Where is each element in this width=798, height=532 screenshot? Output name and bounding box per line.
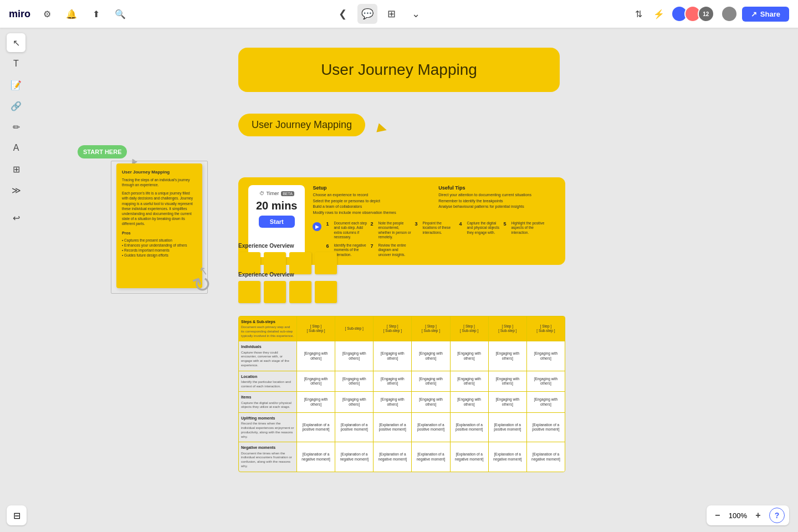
text-style-tool[interactable]: A <box>7 139 25 157</box>
timer-beta-badge: BETA <box>281 191 294 196</box>
main-title: User Journey Mapping <box>321 61 477 79</box>
loc-cell-2[interactable]: [Engaging with others] <box>335 371 374 392</box>
ind-cell-5[interactable]: [Engaging with others] <box>451 341 489 370</box>
ind-cell-6[interactable]: [Engaging with others] <box>489 341 527 370</box>
sticky-1d[interactable] <box>315 252 337 274</box>
undo-tool[interactable]: ↩ <box>7 208 25 227</box>
search-icon[interactable]: 🔍 <box>112 6 128 22</box>
step-cell-2[interactable]: [ Sub-step ] <box>335 316 374 341</box>
step-cell-4[interactable]: [ Step ][ Sub-step ] <box>412 316 450 341</box>
up-cell-7[interactable]: [Explanation of a positive moment] <box>527 413 565 442</box>
item-cell-5[interactable]: [Engaging with others] <box>451 392 489 412</box>
bell-icon[interactable]: 🔔 <box>64 6 79 22</box>
step-cell-5[interactable]: [ Step ][ Sub-step ] <box>451 316 489 341</box>
subtitle-box: User Journey Mapping <box>238 114 365 136</box>
cursor-tool[interactable]: ↖ <box>7 33 25 52</box>
share-button[interactable]: ↗ Share <box>742 7 789 22</box>
stickies-row-1 <box>238 252 337 274</box>
item-cell-1[interactable]: [Engaging with others] <box>297 392 335 412</box>
item-cell-3[interactable]: [Engaging with others] <box>374 392 412 412</box>
link-tool[interactable]: 🔗 <box>7 96 25 115</box>
up-cell-5[interactable]: [Explanation of a positive moment] <box>451 413 489 442</box>
ind-cell-1[interactable]: [Engaging with others] <box>297 341 335 370</box>
zoom-percent: 100% <box>727 511 749 520</box>
canvas: User Journey Mapping User Journey Mappin… <box>0 28 798 532</box>
pen-tool[interactable]: ✏ <box>7 117 25 136</box>
step-cell-6[interactable]: [ Step ][ Sub-step ] <box>489 316 527 341</box>
neg-cell-4[interactable]: [Explanation of a negative moment] <box>412 442 450 471</box>
zoom-plus-button[interactable]: + <box>751 509 765 522</box>
up-cell-2[interactable]: [Explanation of a positive moment] <box>335 413 374 442</box>
neg-cell-1[interactable]: [Explanation of a negative moment] <box>297 442 335 471</box>
steps-label-cell: Steps & Sub-steps Document each primary … <box>239 316 297 341</box>
upload-icon[interactable]: ⬆ <box>88 6 104 22</box>
loc-cell-5[interactable]: [Engaging with others] <box>451 371 489 392</box>
sticky-2a[interactable] <box>238 281 260 303</box>
table-row-negative: Negative moments Document the times when… <box>239 442 565 471</box>
miro-logo: miro <box>9 8 30 20</box>
chevron-left-icon[interactable]: ❮ <box>333 4 353 24</box>
loc-cell-3[interactable]: [Engaging with others] <box>374 371 412 392</box>
exp-label-1: Experience Overview <box>238 243 337 249</box>
gear-icon[interactable]: ⚙ <box>39 6 55 22</box>
loc-cell-7[interactable]: [Engaging with others] <box>527 371 565 392</box>
item-cell-4[interactable]: [Engaging with others] <box>412 392 450 412</box>
filter-icon[interactable]: ⇅ <box>631 6 647 22</box>
ind-cell-3[interactable]: [Engaging with others] <box>374 341 412 370</box>
share-icon: ↗ <box>751 10 757 18</box>
sticky-1a[interactable] <box>238 252 260 274</box>
zoom-minus-button[interactable]: − <box>711 509 724 522</box>
subtitle-text: User Journey Mapping <box>252 119 352 130</box>
up-cell-4[interactable]: [Explanation of a positive moment] <box>412 413 450 442</box>
pages-icon-button[interactable]: ⊟ <box>7 505 27 525</box>
sticky-2b[interactable] <box>264 281 286 303</box>
more-tools[interactable]: ≫ <box>7 181 25 200</box>
loc-cell-1[interactable]: [Engaging with others] <box>297 371 335 392</box>
neg-cell-6[interactable]: [Explanation of a negative moment] <box>489 442 527 471</box>
stickies-row-2 <box>238 281 337 303</box>
ind-cell-7[interactable]: [Engaging with others] <box>527 341 565 370</box>
subtitle-arrow: ▶ <box>376 120 389 136</box>
chevron-down-icon[interactable]: ⌄ <box>406 4 426 24</box>
step-cell-3[interactable]: [ Step ][ Sub-step ] <box>374 316 412 341</box>
neg-cell-7[interactable]: [Explanation of a negative moment] <box>527 442 565 471</box>
frame-tool[interactable]: ⊞ <box>7 160 25 178</box>
neg-cell-2[interactable]: [Explanation of a negative moment] <box>335 442 374 471</box>
neg-cell-3[interactable]: [Explanation of a negative moment] <box>374 442 412 471</box>
table-row-location: Location Identify the particular locatio… <box>239 371 565 392</box>
table-row-steps: Steps & Sub-steps Document each primary … <box>239 316 565 341</box>
step-cell-7[interactable]: [ Step ][ Sub-step ] <box>527 316 565 341</box>
loc-cell-4[interactable]: [Engaging with others] <box>412 371 450 392</box>
setup-col: Setup Choose an experience to record Sel… <box>313 185 429 216</box>
setup-title: Setup <box>313 185 429 191</box>
grid-icon[interactable]: ⊞ <box>382 4 402 24</box>
ind-cell-2[interactable]: [Engaging with others] <box>335 341 374 370</box>
topbar: miro ⚙ 🔔 ⬆ 🔍 ❮ 💬 ⊞ ⌄ ⇅ ⚡ 12 ↗ Share <box>0 0 798 28</box>
item-cell-2[interactable]: [Engaging with others] <box>335 392 374 412</box>
sticky-2d[interactable] <box>315 281 337 303</box>
item-cell-7[interactable]: [Engaging with others] <box>527 392 565 412</box>
steps-row: ▶ 1Document each step and sub-step. Add … <box>313 221 555 257</box>
item-cell-6[interactable]: [Engaging with others] <box>489 392 527 412</box>
up-cell-3[interactable]: [Explanation of a positive moment] <box>374 413 412 442</box>
step-cell-1[interactable]: [ Step ][ Sub-step ] <box>297 316 335 341</box>
text-tool[interactable]: T <box>7 54 25 73</box>
timer-start-button[interactable]: Start <box>259 216 295 228</box>
sticky-2c[interactable] <box>289 281 311 303</box>
up-cell-6[interactable]: [Explanation of a positive moment] <box>489 413 527 442</box>
lightning-icon[interactable]: ⚡ <box>651 6 667 22</box>
loc-cell-6[interactable]: [Engaging with others] <box>489 371 527 392</box>
exp-label-2: Experience Overview <box>238 272 337 278</box>
sticky-tool[interactable]: 📝 <box>7 75 25 94</box>
sticky-1b[interactable] <box>264 252 286 274</box>
neg-cell-5[interactable]: [Explanation of a negative moment] <box>451 442 489 471</box>
left-sidebar: ↖ T 📝 🔗 ✏ A ⊞ ≫ ↩ <box>7 33 25 227</box>
table-row-items: Items Capture the digital and/or physica… <box>239 392 565 413</box>
ind-cell-4[interactable]: [Engaging with others] <box>412 341 450 370</box>
avatar-count: 12 <box>698 6 714 22</box>
timer-label: ⏱ Timer BETA <box>259 191 294 196</box>
sticky-1c[interactable] <box>289 252 311 274</box>
help-button[interactable]: ? <box>769 508 785 523</box>
comment-icon[interactable]: 💬 <box>357 4 377 24</box>
up-cell-1[interactable]: [Explanation of a positive moment] <box>297 413 335 442</box>
